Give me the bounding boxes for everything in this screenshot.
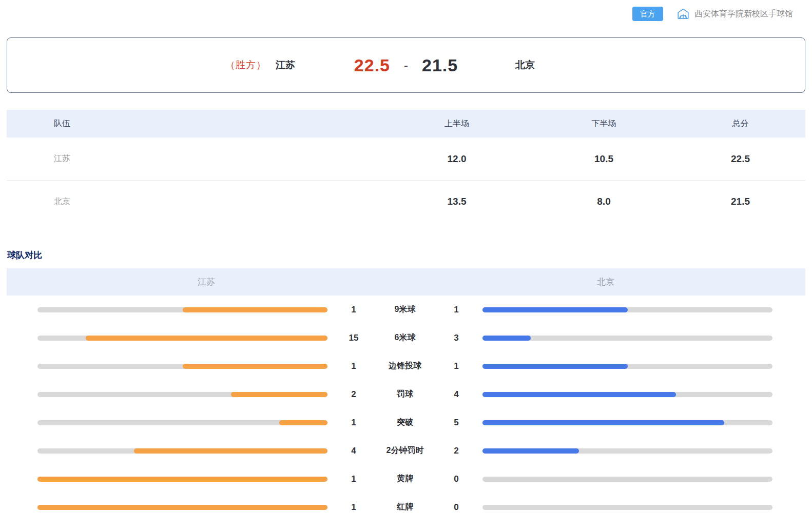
stat-label: 红牌 — [380, 502, 430, 513]
home-score: 22.5 — [354, 55, 390, 75]
away-team-group: 北京 — [515, 58, 535, 72]
home-stat-value: 1 — [327, 502, 380, 513]
home-stat-bar-fill — [37, 477, 327, 482]
home-stat-bar-fill — [86, 336, 327, 341]
home-stat-bar — [37, 448, 327, 454]
comparison-row: 1 9米球 1 — [7, 296, 805, 324]
away-stat-value: 4 — [430, 389, 482, 400]
column-header-total: 总分 — [675, 119, 805, 129]
away-stat-bar — [482, 307, 772, 312]
home-stat-bar-fill — [183, 364, 328, 369]
home-stat-bar — [37, 307, 327, 312]
official-badge[interactable]: 官方 — [632, 7, 663, 21]
first-half-cell: 12.0 — [381, 153, 532, 165]
stat-label: 6米球 — [380, 332, 430, 343]
team-name-cell: 北京 — [7, 196, 381, 207]
away-stat-value: 2 — [430, 446, 482, 456]
total-cell: 22.5 — [675, 153, 805, 165]
away-stat-bar — [482, 420, 772, 425]
stadium-icon — [676, 7, 690, 21]
home-stat-value: 15 — [327, 333, 380, 343]
stat-label: 2分钟罚时 — [380, 445, 430, 456]
stat-label: 边锋投球 — [380, 361, 430, 371]
scoreboard-card: （胜方） 江苏 22.5 - 21.5 北京 — [7, 37, 805, 93]
score-group: 22.5 - 21.5 — [354, 55, 458, 75]
away-stat-value: 5 — [430, 418, 482, 428]
home-stat-bar-fill — [134, 448, 327, 454]
home-stat-value: 1 — [327, 418, 380, 428]
comparison-row: 4 2分钟罚时 2 — [7, 437, 805, 465]
away-stat-value: 1 — [430, 361, 482, 371]
comparison-header: 江苏 北京 — [7, 268, 805, 296]
home-stat-bar-fill — [37, 505, 327, 510]
top-bar: 官方 西安体育学院新校区手球馆 — [0, 0, 812, 22]
stat-label: 9米球 — [380, 304, 430, 315]
home-stat-value: 1 — [327, 474, 380, 484]
home-team-group: （胜方） 江苏 — [225, 58, 295, 72]
team-name-cell: 江苏 — [7, 153, 381, 164]
home-stat-bar — [37, 505, 327, 510]
stat-label: 突破 — [380, 417, 430, 428]
away-stat-bar-fill — [482, 448, 579, 454]
away-stat-bar — [482, 364, 772, 369]
home-stat-bar-fill — [231, 392, 327, 397]
home-stat-value: 4 — [327, 446, 380, 456]
away-stat-bar — [482, 477, 772, 482]
home-stat-bar — [37, 364, 327, 369]
second-half-cell: 10.5 — [532, 153, 675, 165]
away-stat-value: 3 — [430, 333, 482, 343]
home-stat-value: 1 — [327, 305, 380, 315]
stat-label: 罚球 — [380, 389, 430, 400]
away-stat-bar — [482, 505, 772, 510]
home-stat-bar — [37, 420, 327, 425]
home-stat-bar — [37, 392, 327, 397]
home-stat-bar — [37, 336, 327, 341]
away-stat-bar — [482, 336, 772, 341]
away-stat-bar-fill — [482, 336, 531, 341]
away-stat-bar-fill — [482, 307, 628, 312]
score-separator: - — [404, 58, 408, 72]
winner-label: （胜方） — [225, 58, 266, 72]
halves-score-table: 队伍 上半场 下半场 总分 江苏 12.0 10.5 22.5 北京 13.5 … — [7, 110, 805, 223]
away-stat-bar-fill — [482, 392, 676, 397]
venue-info: 西安体育学院新校区手球馆 — [676, 7, 793, 21]
table-row: 江苏 12.0 10.5 22.5 — [7, 137, 805, 180]
away-stat-bar — [482, 392, 772, 397]
comparison-row: 2 罚球 4 — [7, 380, 805, 408]
second-half-cell: 8.0 — [532, 196, 675, 207]
comparison-rows: 1 9米球 1 15 6米球 3 1 边锋投球 1 2 罚球 4 — [7, 296, 805, 521]
comparison-row: 1 红牌 0 — [7, 493, 805, 521]
venue-name: 西安体育学院新校区手球馆 — [694, 9, 793, 19]
comparison-row: 1 突破 5 — [7, 408, 805, 437]
away-team-name: 北京 — [515, 60, 535, 70]
away-stat-value: 0 — [430, 474, 482, 484]
column-header-second-half: 下半场 — [532, 119, 675, 129]
home-stat-bar-fill — [183, 307, 328, 312]
column-header-team: 队伍 — [7, 119, 381, 129]
away-stat-value: 0 — [430, 502, 482, 513]
home-stat-value: 1 — [327, 361, 380, 371]
away-stat-value: 1 — [430, 305, 482, 315]
away-stat-bar — [482, 448, 772, 454]
table-body: 江苏 12.0 10.5 22.5 北京 13.5 8.0 21.5 — [7, 137, 805, 223]
total-cell: 21.5 — [675, 196, 805, 207]
comparison-row: 1 黄牌 0 — [7, 465, 805, 493]
comparison-section-title: 球队对比 — [7, 249, 812, 261]
home-stat-bar-fill — [279, 420, 327, 425]
home-team-name: 江苏 — [276, 58, 295, 72]
comparison-left-team-label: 江苏 — [7, 268, 406, 296]
away-score: 21.5 — [422, 55, 458, 75]
away-stat-bar-fill — [482, 364, 628, 369]
comparison-row: 1 边锋投球 1 — [7, 352, 805, 380]
comparison-row: 15 6米球 3 — [7, 324, 805, 352]
table-header-row: 队伍 上半场 下半场 总分 — [7, 110, 805, 137]
comparison-right-team-label: 北京 — [406, 268, 805, 296]
away-stat-bar-fill — [482, 420, 724, 425]
column-header-first-half: 上半场 — [381, 119, 532, 129]
stat-label: 黄牌 — [380, 474, 430, 484]
first-half-cell: 13.5 — [381, 196, 532, 207]
home-stat-value: 2 — [327, 389, 380, 400]
table-row: 北京 13.5 8.0 21.5 — [7, 180, 805, 223]
home-stat-bar — [37, 477, 327, 482]
